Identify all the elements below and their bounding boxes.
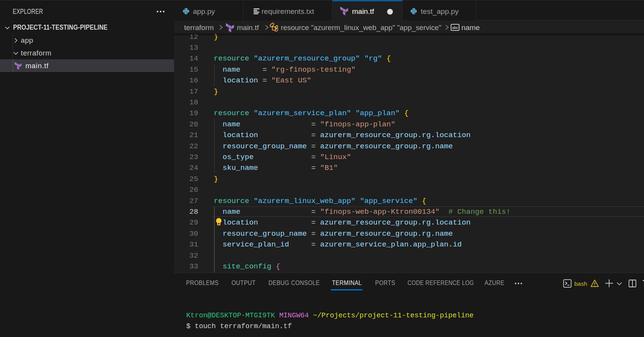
svg-text:abc: abc	[452, 26, 458, 30]
